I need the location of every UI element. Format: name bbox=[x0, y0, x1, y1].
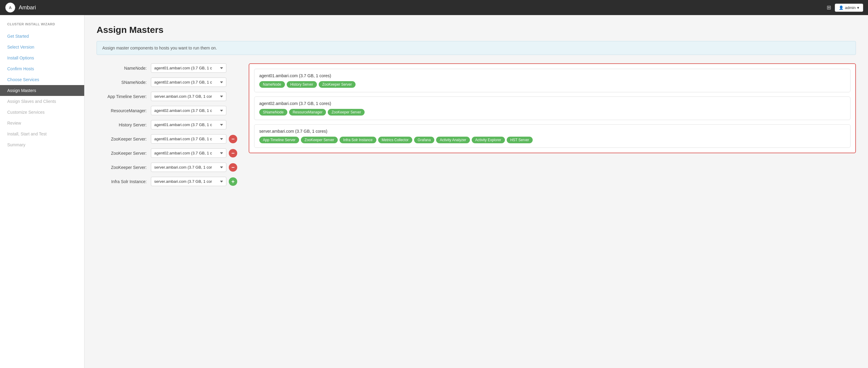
assignment-row-history-server: History Server:agent01.ambari.com (3.7 G… bbox=[97, 120, 242, 129]
badge-zookeeper-server: ZooKeeper Server bbox=[328, 109, 365, 115]
badge-app-timeline-server: App Timeline Server bbox=[259, 137, 299, 143]
brand: A Ambari bbox=[5, 2, 36, 13]
sidebar-item-assign-masters[interactable]: Assign Masters bbox=[0, 85, 84, 96]
badge-activity-explorer: Activity Explorer bbox=[472, 137, 505, 143]
assignment-row-zookeeper3: ZooKeeper Server:server.ambari.com (3.7 … bbox=[97, 163, 242, 172]
assignment-select-namenode[interactable]: agent01.ambari.com (3.7 GB, 1 c bbox=[151, 63, 226, 73]
assignment-label-infra-solr: Infra Solr Instance: bbox=[97, 179, 151, 184]
badge-history-server: History Server bbox=[287, 81, 317, 88]
badge-metrics-collector: Metrics Collector bbox=[378, 137, 412, 143]
badge-infra-solr-instance: Infra Solr Instance bbox=[340, 137, 376, 143]
assignment-label-zookeeper3: ZooKeeper Server: bbox=[97, 165, 151, 170]
add-button-infra-solr[interactable]: + bbox=[229, 177, 237, 186]
grid-icon[interactable]: ⊞ bbox=[827, 4, 831, 11]
host-card-server: server.ambari.com (3.7 GB, 1 cores)App T… bbox=[254, 124, 850, 148]
assignment-label-resourcemanager: ResourceManager: bbox=[97, 108, 151, 113]
sidebar-item-assign-slaves: Assign Slaves and Clients bbox=[0, 96, 84, 107]
assignment-label-snamenode: SNameNode: bbox=[97, 80, 151, 85]
assignment-row-zookeeper2: ZooKeeper Server:agent02.ambari.com (3.7… bbox=[97, 148, 242, 158]
assignment-select-resourcemanager[interactable]: agent02.ambari.com (3.7 GB, 1 c bbox=[151, 106, 226, 115]
assignment-label-history-server: History Server: bbox=[97, 123, 151, 127]
host-badges-agent01: NameNodeHistory ServerZooKeeper Server bbox=[259, 81, 845, 88]
assignment-select-wrap-resourcemanager: agent02.ambari.com (3.7 GB, 1 c bbox=[151, 106, 226, 115]
admin-label: admin bbox=[845, 5, 856, 10]
sidebar: Cluster Install Wizard Get StartedSelect… bbox=[0, 15, 85, 368]
assignment-select-wrap-app-timeline: server.ambari.com (3.7 GB, 1 cor bbox=[151, 92, 226, 101]
assignment-select-zookeeper2[interactable]: agent02.ambari.com (3.7 GB, 1 c bbox=[151, 148, 226, 158]
assignment-select-wrap-zookeeper2: agent02.ambari.com (3.7 GB, 1 c− bbox=[151, 148, 237, 158]
assignment-select-wrap-infra-solr: server.ambari.com (3.7 GB, 1 cor+ bbox=[151, 177, 237, 186]
assignment-select-zookeeper3[interactable]: server.ambari.com (3.7 GB, 1 cor bbox=[151, 163, 226, 172]
admin-dropdown-icon: ▾ bbox=[857, 5, 859, 10]
host-card-title-server: server.ambari.com (3.7 GB, 1 cores) bbox=[259, 129, 845, 134]
assignment-select-wrap-history-server: agent01.ambari.com (3.7 GB, 1 c bbox=[151, 120, 226, 129]
badge-activity-analyzer: Activity Analyzer bbox=[436, 137, 470, 143]
assignment-select-snamenode[interactable]: agent02.ambari.com (3.7 GB, 1 c bbox=[151, 77, 226, 87]
sidebar-item-summary: Summary bbox=[0, 139, 84, 150]
sidebar-section-title: Cluster Install Wizard bbox=[0, 22, 84, 31]
assignment-layout: NameNode:agent01.ambari.com (3.7 GB, 1 c… bbox=[97, 63, 856, 191]
assignment-select-history-server[interactable]: agent01.ambari.com (3.7 GB, 1 c bbox=[151, 120, 226, 129]
assignment-select-wrap-namenode: agent01.ambari.com (3.7 GB, 1 c bbox=[151, 63, 226, 73]
ambari-logo: A bbox=[5, 2, 16, 13]
sidebar-item-get-started[interactable]: Get Started bbox=[0, 31, 84, 42]
assignment-row-snamenode: SNameNode:agent02.ambari.com (3.7 GB, 1 … bbox=[97, 77, 242, 87]
assignment-select-zookeeper1[interactable]: agent01.ambari.com (3.7 GB, 1 c bbox=[151, 134, 226, 143]
badge-grafana: Grafana bbox=[414, 137, 434, 143]
navbar-right: ⊞ 👤 admin ▾ bbox=[827, 4, 863, 12]
badge-snamenode: SNameNode bbox=[259, 109, 287, 115]
sidebar-item-confirm-hosts[interactable]: Confirm Hosts bbox=[0, 63, 84, 74]
main-layout: Cluster Install Wizard Get StartedSelect… bbox=[0, 15, 868, 368]
assignment-row-app-timeline: App Timeline Server:server.ambari.com (3… bbox=[97, 92, 242, 101]
host-cards: agent01.ambari.com (3.7 GB, 1 cores)Name… bbox=[249, 63, 856, 153]
badge-hst-server: HST Server bbox=[507, 137, 533, 143]
sidebar-item-install-options[interactable]: Install Options bbox=[0, 53, 84, 63]
admin-icon: 👤 bbox=[839, 5, 843, 10]
info-banner: Assign master components to hosts you wa… bbox=[97, 41, 856, 55]
assignment-label-zookeeper1: ZooKeeper Server: bbox=[97, 137, 151, 141]
admin-button[interactable]: 👤 admin ▾ bbox=[835, 4, 863, 12]
badge-namenode: NameNode bbox=[259, 81, 285, 88]
assignment-label-app-timeline: App Timeline Server: bbox=[97, 94, 151, 99]
host-card-title-agent02: agent02.ambari.com (3.7 GB, 1 cores) bbox=[259, 101, 845, 106]
remove-button-zookeeper1[interactable]: − bbox=[229, 135, 237, 143]
brand-name: Ambari bbox=[19, 4, 36, 11]
assignment-row-infra-solr: Infra Solr Instance:server.ambari.com (3… bbox=[97, 177, 242, 186]
assignment-select-wrap-snamenode: agent02.ambari.com (3.7 GB, 1 c bbox=[151, 77, 226, 87]
remove-button-zookeeper3[interactable]: − bbox=[229, 163, 237, 172]
assignment-row-resourcemanager: ResourceManager:agent02.ambari.com (3.7 … bbox=[97, 106, 242, 115]
svg-text:A: A bbox=[9, 6, 11, 10]
badge-zookeeper-server: ZooKeeper Server bbox=[301, 137, 338, 143]
page-title: Assign Masters bbox=[97, 25, 856, 35]
sidebar-item-choose-services[interactable]: Choose Services bbox=[0, 74, 84, 85]
assignment-select-app-timeline[interactable]: server.ambari.com (3.7 GB, 1 cor bbox=[151, 92, 226, 101]
sidebar-item-review: Review bbox=[0, 118, 84, 129]
badge-zookeeper-server: ZooKeeper Server bbox=[319, 81, 355, 88]
assignment-form: NameNode:agent01.ambari.com (3.7 GB, 1 c… bbox=[97, 63, 242, 191]
assignment-select-wrap-zookeeper1: agent01.ambari.com (3.7 GB, 1 c− bbox=[151, 134, 237, 143]
assignment-select-wrap-zookeeper3: server.ambari.com (3.7 GB, 1 cor− bbox=[151, 163, 237, 172]
host-card-title-agent01: agent01.ambari.com (3.7 GB, 1 cores) bbox=[259, 73, 845, 78]
sidebar-item-customize-services: Customize Services bbox=[0, 107, 84, 118]
host-card-agent02: agent02.ambari.com (3.7 GB, 1 cores)SNam… bbox=[254, 97, 850, 120]
badge-resourcemanager: ResourceManager bbox=[289, 109, 326, 115]
host-badges-agent02: SNameNodeResourceManagerZooKeeper Server bbox=[259, 109, 845, 115]
assignment-label-zookeeper2: ZooKeeper Server: bbox=[97, 151, 151, 156]
navbar: A Ambari ⊞ 👤 admin ▾ bbox=[0, 0, 868, 15]
assignment-row-namenode: NameNode:agent01.ambari.com (3.7 GB, 1 c bbox=[97, 63, 242, 73]
remove-button-zookeeper2[interactable]: − bbox=[229, 149, 237, 158]
assignment-label-namenode: NameNode: bbox=[97, 66, 151, 71]
assignment-row-zookeeper1: ZooKeeper Server:agent01.ambari.com (3.7… bbox=[97, 134, 242, 143]
host-card-agent01: agent01.ambari.com (3.7 GB, 1 cores)Name… bbox=[254, 69, 850, 92]
host-badges-server: App Timeline ServerZooKeeper ServerInfra… bbox=[259, 137, 845, 143]
sidebar-item-select-version[interactable]: Select Version bbox=[0, 42, 84, 53]
sidebar-item-install-start-test: Install, Start and Test bbox=[0, 129, 84, 139]
assignment-select-infra-solr[interactable]: server.ambari.com (3.7 GB, 1 cor bbox=[151, 177, 226, 186]
main-content: Assign Masters Assign master components … bbox=[85, 15, 868, 368]
